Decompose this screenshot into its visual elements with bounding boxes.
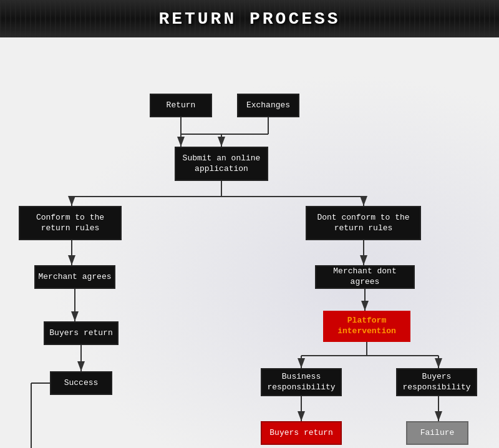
- failure-box: Failure: [406, 421, 468, 445]
- return-box: Return: [150, 94, 212, 117]
- diagram: Return Exchanges Submit an online applic…: [0, 37, 499, 448]
- merchant-agrees-box: Merchant agrees: [34, 265, 115, 289]
- buyers-responsibility-box: Buyers responsibility: [396, 368, 477, 396]
- submit-box: Submit an online application: [175, 147, 268, 181]
- buyers-return-left-box: Buyers return: [44, 321, 119, 345]
- dont-conform-box: Dont conform to the return rules: [306, 206, 421, 240]
- conform-box: Conform to the return rules: [19, 206, 122, 240]
- buyers-return-right-box: Buyers return: [261, 421, 342, 445]
- exchanges-box: Exchanges: [237, 94, 299, 117]
- platform-intervention-box: Platform intervention: [323, 311, 410, 342]
- success-box: Success: [50, 371, 112, 395]
- merchant-dont-agrees-box: Merchant dont agrees: [315, 265, 415, 289]
- business-responsibility-box: Business responsibility: [261, 368, 342, 396]
- header: RETURN PROCESS: [0, 0, 499, 37]
- page-title: RETURN PROCESS: [158, 9, 340, 29]
